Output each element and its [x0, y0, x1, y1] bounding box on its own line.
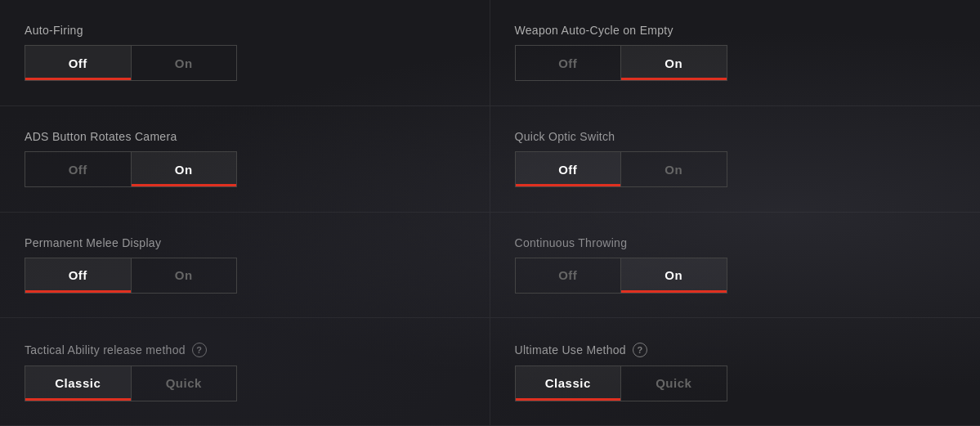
toggle-btn-auto-firing-on[interactable]: On — [131, 45, 238, 81]
toggle-group-ultimate-use-method: ClassicQuick — [515, 365, 727, 401]
toggle-btn-weapon-auto-cycle-off[interactable]: Off — [515, 45, 621, 81]
toggle-btn-tactical-ability-classic[interactable]: Classic — [25, 365, 131, 401]
setting-label-ads-button: ADS Button Rotates Camera — [25, 130, 465, 143]
toggle-btn-auto-firing-off[interactable]: Off — [25, 45, 131, 81]
toggle-group-ads-button: OffOn — [25, 151, 237, 187]
setting-label-weapon-auto-cycle: Weapon Auto-Cycle on Empty — [515, 24, 956, 37]
help-icon-ultimate-use-method[interactable]: ? — [633, 343, 647, 357]
setting-label-quick-optic-switch: Quick Optic Switch — [515, 130, 956, 143]
setting-cell-ads-button: ADS Button Rotates CameraOffOn — [0, 106, 490, 213]
setting-cell-quick-optic-switch: Quick Optic SwitchOffOn — [490, 106, 981, 213]
toggle-btn-tactical-ability-quick[interactable]: Quick — [131, 365, 238, 401]
toggle-btn-continuous-throwing-off[interactable]: Off — [515, 258, 621, 294]
setting-label-continuous-throwing: Continuous Throwing — [515, 236, 956, 249]
toggle-group-quick-optic-switch: OffOn — [515, 151, 727, 187]
setting-cell-continuous-throwing: Continuous ThrowingOffOn — [490, 213, 981, 319]
setting-label-text-ads-button: ADS Button Rotates Camera — [25, 130, 177, 143]
toggle-btn-quick-optic-switch-on[interactable]: On — [620, 151, 727, 187]
toggle-btn-permanent-melee-off[interactable]: Off — [25, 258, 131, 294]
toggle-btn-ultimate-use-method-quick[interactable]: Quick — [620, 365, 727, 401]
toggle-btn-permanent-melee-on[interactable]: On — [131, 258, 238, 294]
toggle-group-tactical-ability: ClassicQuick — [25, 365, 237, 401]
setting-label-text-ultimate-use-method: Ultimate Use Method — [515, 343, 626, 356]
setting-cell-ultimate-use-method: Ultimate Use Method?ClassicQuick — [490, 318, 981, 426]
toggle-group-weapon-auto-cycle: OffOn — [515, 45, 727, 81]
setting-cell-permanent-melee: Permanent Melee DisplayOffOn — [0, 213, 490, 319]
toggle-btn-continuous-throwing-on[interactable]: On — [620, 258, 727, 294]
toggle-group-continuous-throwing: OffOn — [515, 258, 727, 294]
setting-label-auto-firing: Auto-Firing — [25, 24, 465, 37]
setting-label-ultimate-use-method: Ultimate Use Method? — [515, 343, 956, 357]
settings-container: Auto-FiringOffOnWeapon Auto-Cycle on Emp… — [0, 0, 980, 426]
setting-label-text-quick-optic-switch: Quick Optic Switch — [515, 130, 615, 143]
toggle-btn-ads-button-on[interactable]: On — [131, 151, 238, 187]
setting-label-tactical-ability: Tactical Ability release method? — [25, 343, 465, 357]
setting-cell-auto-firing: Auto-FiringOffOn — [0, 0, 490, 106]
toggle-btn-ultimate-use-method-classic[interactable]: Classic — [515, 365, 621, 401]
toggle-btn-weapon-auto-cycle-on[interactable]: On — [620, 45, 727, 81]
setting-label-text-tactical-ability: Tactical Ability release method — [25, 343, 186, 356]
help-icon-tactical-ability[interactable]: ? — [192, 343, 207, 357]
setting-label-text-weapon-auto-cycle: Weapon Auto-Cycle on Empty — [515, 24, 673, 37]
setting-label-text-auto-firing: Auto-Firing — [25, 24, 83, 37]
toggle-btn-ads-button-off[interactable]: Off — [25, 151, 131, 187]
toggle-btn-quick-optic-switch-off[interactable]: Off — [515, 151, 621, 187]
setting-cell-weapon-auto-cycle: Weapon Auto-Cycle on EmptyOffOn — [490, 0, 981, 106]
setting-label-permanent-melee: Permanent Melee Display — [25, 236, 465, 249]
toggle-group-auto-firing: OffOn — [25, 45, 237, 81]
setting-label-text-permanent-melee: Permanent Melee Display — [25, 236, 161, 249]
setting-label-text-continuous-throwing: Continuous Throwing — [515, 236, 628, 249]
toggle-group-permanent-melee: OffOn — [25, 258, 237, 294]
setting-cell-tactical-ability: Tactical Ability release method?ClassicQ… — [0, 318, 490, 426]
